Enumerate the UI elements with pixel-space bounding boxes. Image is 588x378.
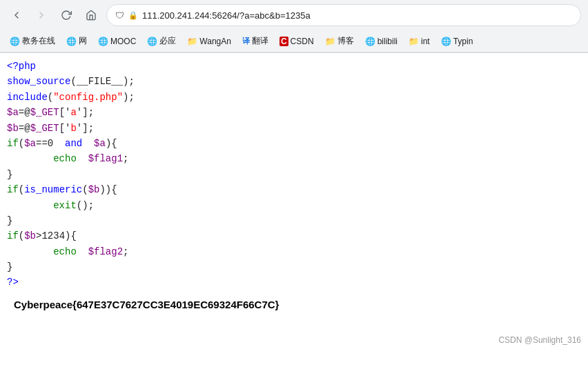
bookmark-icon-biying: 🌐	[147, 37, 157, 46]
bookmark-biying[interactable]: 🌐 必应	[143, 34, 180, 48]
page-content: <?php show_source(__FILE__); include("co…	[0, 53, 588, 316]
bookmark-icon-jiawu: 🌐	[10, 37, 20, 46]
var-b: $b	[7, 123, 19, 134]
echo-keyword-2: echo	[53, 246, 77, 257]
bookmark-icon-int: 📁	[409, 37, 419, 46]
bookmark-jiawu[interactable]: 🌐 教务在线	[6, 34, 59, 48]
bookmark-icon-wangan: 📁	[187, 37, 197, 46]
var-a: $a	[7, 107, 19, 118]
bookmark-label-bilibili: bilibili	[378, 37, 398, 46]
reload-button[interactable]	[57, 6, 76, 25]
info-icon: 🔒	[128, 11, 138, 20]
bookmark-csdn[interactable]: C CSDN	[275, 35, 318, 48]
back-button[interactable]	[7, 6, 26, 25]
php-close-tag: ?>	[7, 277, 19, 288]
bookmark-icon-translate: 译	[242, 36, 250, 46]
is-numeric-func: is_numeric	[24, 184, 82, 195]
bookmark-typin[interactable]: 🌐 Typin	[437, 35, 478, 48]
bookmark-wangan[interactable]: 📁 WangAn	[183, 35, 235, 48]
if-keyword-2: if	[7, 184, 19, 195]
bookmarks-bar: 🌐 教务在线 🌐 网 🌐 MOOC 🌐 必应 📁 WangAn 译 翻译 C C…	[0, 30, 588, 52]
security-icon: 🛡	[115, 10, 124, 21]
config-string: "config.php"	[53, 92, 123, 103]
bookmark-label-blog: 博客	[337, 35, 354, 47]
url-host: 111.200.241.244	[142, 10, 210, 21]
bookmark-label-csdn: CSDN	[291, 37, 314, 46]
url-port-query: :56264/?a=abc&b=1235a	[210, 10, 311, 21]
bookmark-wang[interactable]: 🌐 网	[62, 34, 91, 48]
include-keyword: include	[7, 92, 48, 103]
home-button[interactable]	[81, 6, 101, 25]
get-b: $_GET	[30, 123, 59, 134]
if-keyword-3: if	[7, 230, 19, 241]
if-keyword-1: if	[7, 138, 19, 149]
bookmark-icon-mooc: 🌐	[98, 37, 108, 46]
bookmark-translate[interactable]: 译 翻译	[238, 34, 273, 48]
forward-button[interactable]	[32, 6, 51, 25]
bookmark-icon-bilibili: 🌐	[365, 37, 375, 46]
bookmark-label-wang: 网	[79, 35, 87, 47]
bookmark-label-mooc: MOOC	[110, 37, 136, 46]
address-bar[interactable]: 🛡 🔒 111.200.241.244:56264/?a=abc&b=1235a	[106, 4, 581, 26]
code-block: <?php show_source(__FILE__); include("co…	[7, 59, 581, 290]
bookmark-icon-csdn: C	[280, 37, 288, 46]
bookmark-label-jiawu: 教务在线	[22, 35, 55, 47]
bookmark-icon-typin: 🌐	[441, 37, 451, 46]
bookmark-label-translate: 翻译	[252, 35, 268, 47]
nav-bar: 🛡 🔒 111.200.241.244:56264/?a=abc&b=1235a	[0, 0, 588, 30]
watermark: CSDN @Sunlight_316	[0, 330, 588, 350]
exit-keyword: exit	[53, 200, 77, 211]
bookmark-label-biying: 必应	[159, 35, 176, 47]
url-display: 111.200.241.244:56264/?a=abc&b=1235a	[142, 10, 311, 21]
bookmark-bilibili[interactable]: 🌐 bilibili	[361, 35, 402, 48]
flag1-var: $flag1	[88, 153, 123, 164]
bookmark-icon-wang: 🌐	[66, 37, 77, 46]
flag2-var: $flag2	[88, 246, 123, 257]
bookmark-mooc[interactable]: 🌐 MOOC	[94, 35, 140, 48]
bookmark-icon-blog: 📁	[325, 37, 335, 46]
browser-chrome: 🛡 🔒 111.200.241.244:56264/?a=abc&b=1235a…	[0, 0, 588, 53]
bookmark-label-int: int	[421, 37, 430, 46]
show-source-func: show_source	[7, 76, 70, 87]
echo-keyword-1: echo	[53, 153, 77, 164]
bookmark-label-wangan: WangAn	[199, 37, 231, 46]
and-keyword: and	[65, 138, 82, 149]
php-open-tag: <?php	[7, 61, 36, 72]
flag-output: Cyberpeace{647E37C7627CC3E4019EC69324F66…	[7, 299, 581, 310]
bookmark-label-typin: Typin	[453, 37, 473, 46]
bookmark-blog[interactable]: 📁 博客	[321, 34, 358, 48]
bookmark-int[interactable]: 📁 int	[404, 35, 434, 48]
get-a: $_GET	[30, 107, 59, 118]
